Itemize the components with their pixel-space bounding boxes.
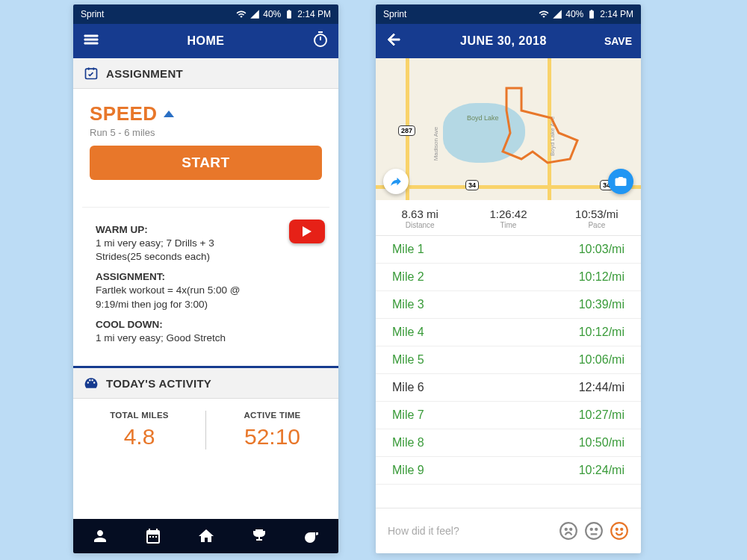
battery-icon [284, 9, 294, 19]
highway-shield: 34 [465, 180, 479, 190]
nav-profile[interactable] [73, 519, 126, 553]
split-row[interactable]: Mile 410:12/mi [376, 319, 641, 346]
split-pace: 10:12/mi [579, 326, 624, 339]
highway-shield: 287 [398, 125, 415, 136]
workout-details: WARM UP: 1 mi very easy; 7 Drills + 3 St… [82, 207, 329, 358]
warmup-text: 1 mi very easy; 7 Drills + 3 Strides(25 … [96, 237, 260, 264]
status-bar: Sprint 40% 2:14 PM [73, 4, 338, 24]
save-button[interactable]: SAVE [604, 35, 632, 47]
battery-label: 40% [263, 9, 281, 19]
start-button[interactable]: START [90, 146, 322, 180]
split-name: Mile 6 [392, 381, 424, 394]
assignment-heading: ASSIGNMENT: [96, 271, 316, 282]
phone-home: Sprint 40% 2:14 PM HOME ASSIGNMENT SPEED… [73, 4, 338, 553]
page-title: HOME [100, 34, 311, 48]
appbar-home: HOME [73, 24, 338, 58]
calendar-check-icon [84, 66, 99, 81]
splits-list[interactable]: Mile 110:03/miMile 210:12/miMile 310:39/… [376, 236, 641, 508]
clock-label: 2:14 PM [600, 9, 633, 19]
svg-point-7 [595, 529, 597, 530]
bottom-nav [73, 519, 338, 553]
stat-time: 1:26:42Time [464, 208, 552, 229]
clock-label: 2:14 PM [297, 9, 331, 19]
page-title: JUNE 30, 2018 [403, 34, 604, 48]
split-pace: 10:03/mi [579, 243, 624, 256]
split-pace: 12:44/mi [579, 381, 624, 394]
split-pace: 10:50/mi [579, 436, 624, 449]
split-name: Mile 1 [392, 243, 424, 256]
split-row[interactable]: Mile 310:39/mi [376, 291, 641, 319]
split-pace: 10:39/mi [579, 298, 624, 311]
svg-point-10 [621, 529, 622, 530]
face-neutral[interactable] [584, 521, 604, 541]
route-map[interactable]: Boyd Lake Madison Ave Boyd Lake Ave 287 … [376, 58, 641, 200]
speed-toggle[interactable]: SPEED [90, 102, 322, 125]
camera-button[interactable] [608, 169, 633, 194]
carrier-label: Sprint [81, 9, 236, 19]
svg-point-5 [586, 523, 602, 539]
wifi-icon [539, 9, 549, 19]
miles-label: TOTAL MILES [73, 411, 205, 420]
signal-icon [552, 9, 562, 19]
svg-point-2 [560, 523, 577, 539]
split-name: Mile 7 [392, 408, 424, 422]
section-activity: TODAY'S ACTIVITY [73, 366, 338, 399]
nav-calendar[interactable] [126, 519, 179, 553]
nav-trophy[interactable] [232, 519, 285, 553]
split-name: Mile 5 [392, 353, 424, 367]
workout-subtitle: Run 5 - 6 miles [90, 127, 322, 138]
split-row[interactable]: Mile 612:44/mi [376, 374, 641, 402]
phone-activity-detail: Sprint 40% 2:14 PM JUNE 30, 2018 SAVE Bo… [376, 4, 641, 553]
gauge-icon [84, 376, 99, 391]
video-play-button[interactable] [289, 220, 325, 243]
split-row[interactable]: Mile 710:27/mi [376, 402, 641, 429]
svg-point-4 [570, 529, 571, 530]
split-pace: 10:06/mi [579, 353, 624, 367]
section-assignment: ASSIGNMENT [73, 58, 338, 89]
signal-icon [249, 9, 260, 19]
split-pace: 10:24/mi [579, 464, 624, 477]
split-row[interactable]: Mile 510:06/mi [376, 346, 641, 374]
assignment-card: SPEED Run 5 - 6 miles START [82, 98, 329, 190]
stopwatch-icon[interactable] [311, 31, 329, 52]
split-name: Mile 9 [392, 464, 424, 477]
svg-point-9 [616, 529, 618, 530]
face-sad[interactable] [559, 521, 578, 541]
stats-row: 8.63 miDistance 1:26:42Time 10:53/miPace [376, 200, 641, 236]
split-pace: 10:27/mi [579, 408, 624, 422]
status-bar: Sprint 40% 2:14 PM [376, 4, 641, 24]
section-label: ASSIGNMENT [106, 67, 183, 80]
chevron-up-icon [164, 111, 174, 117]
miles-value: 4.8 [73, 424, 205, 449]
split-row[interactable]: Mile 810:50/mi [376, 429, 641, 457]
wifi-icon [236, 9, 247, 19]
nav-whistle[interactable] [285, 519, 338, 553]
split-row[interactable]: Mile 210:12/mi [376, 264, 641, 291]
route-path [376, 58, 641, 200]
warmup-heading: WARM UP: [96, 224, 316, 235]
face-happy[interactable] [610, 521, 629, 541]
workout-type: SPEED [90, 102, 158, 125]
split-pace: 10:12/mi [579, 270, 624, 284]
back-icon[interactable] [385, 31, 403, 52]
stat-pace: 10:53/miPace [553, 208, 641, 229]
feedback-row: How did it feel? [376, 508, 641, 553]
carrier-label: Sprint [383, 9, 539, 19]
appbar-detail: JUNE 30, 2018 SAVE [376, 24, 641, 58]
section-label: TODAY'S ACTIVITY [106, 377, 211, 390]
split-name: Mile 2 [392, 270, 424, 284]
svg-point-8 [611, 523, 627, 539]
split-name: Mile 3 [392, 298, 424, 311]
share-button[interactable] [383, 169, 409, 194]
split-name: Mile 8 [392, 436, 424, 449]
svg-point-3 [565, 529, 567, 530]
battery-label: 40% [565, 9, 583, 19]
time-value: 52:10 [206, 424, 338, 449]
menu-icon[interactable] [82, 31, 100, 52]
time-label: ACTIVE TIME [206, 411, 338, 420]
cooldown-heading: COOL DOWN: [96, 319, 316, 330]
split-row[interactable]: Mile 910:24/mi [376, 457, 641, 485]
battery-icon [586, 9, 597, 19]
nav-home[interactable] [179, 519, 232, 553]
split-row[interactable]: Mile 110:03/mi [376, 236, 641, 264]
